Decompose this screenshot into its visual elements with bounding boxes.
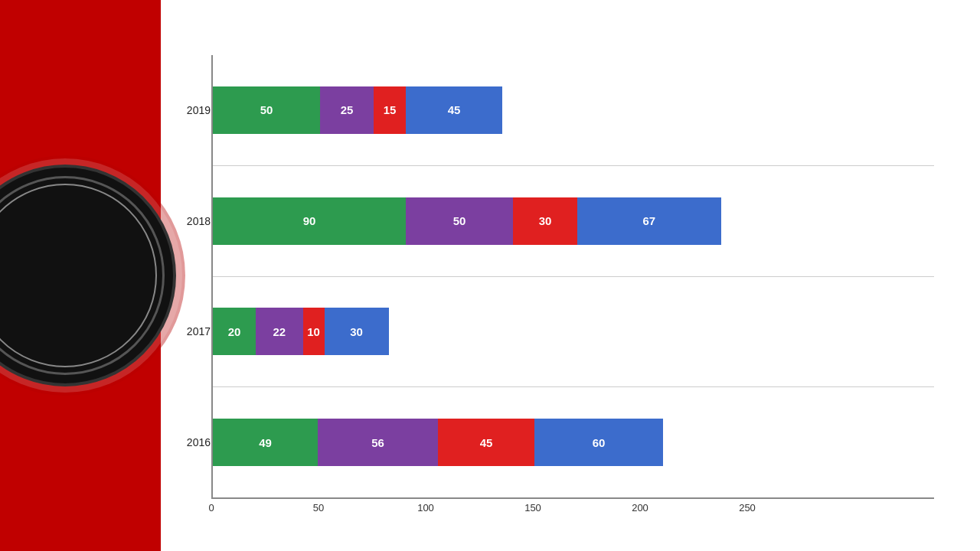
bar-segments: 20221030	[213, 308, 389, 355]
bar-segment-purple: 56	[318, 419, 438, 466]
x-tick: 0	[208, 502, 214, 514]
bar-row: 201720221030	[213, 277, 934, 387]
x-tick: 150	[524, 502, 541, 514]
x-tick: 250	[739, 502, 756, 514]
bar-segments: 50251545	[213, 86, 502, 134]
bar-year-label: 2017	[176, 325, 211, 337]
bar-segment-purple: 22	[256, 308, 303, 355]
bar-segment-red: 15	[374, 86, 406, 134]
bar-segment-green: 20	[213, 308, 256, 355]
bar-segment-green: 49	[213, 419, 318, 466]
circle-decoration	[0, 165, 176, 386]
bar-year-label: 2018	[176, 215, 211, 227]
bars-area: 2019502515452018905030672017202210302016…	[211, 55, 934, 499]
bar-segment-purple: 25	[320, 86, 374, 134]
bar-segment-blue: 45	[406, 86, 502, 134]
bar-row: 201649564560	[213, 387, 934, 497]
bar-segment-green: 50	[213, 86, 320, 134]
bar-segment-red: 30	[513, 197, 577, 245]
bar-segment-blue: 67	[577, 197, 721, 245]
bar-segment-green: 90	[213, 197, 406, 245]
bar-row: 201950251545	[213, 55, 934, 165]
bar-segment-red: 45	[438, 419, 534, 466]
chart-area: 2019502515452018905030672017202210302016…	[207, 55, 934, 520]
bar-segment-purple: 50	[406, 197, 513, 245]
chart-inner: 2019502515452018905030672017202210302016…	[211, 55, 934, 520]
bar-segments: 90503067	[213, 197, 721, 245]
x-tick: 50	[313, 502, 324, 514]
right-panel: 2019502515452018905030672017202210302016…	[161, 0, 980, 551]
bar-segments: 49564560	[213, 419, 663, 466]
bar-year-label: 2019	[176, 104, 211, 116]
bar-row: 201890503067	[213, 166, 934, 276]
bar-segment-red: 10	[303, 308, 325, 355]
x-tick: 100	[417, 502, 434, 514]
x-axis: 050100150200250	[211, 502, 934, 520]
bar-segment-blue: 30	[325, 308, 389, 355]
bar-segment-blue: 60	[534, 419, 663, 466]
bar-year-label: 2016	[176, 436, 211, 448]
x-tick: 200	[632, 502, 648, 514]
